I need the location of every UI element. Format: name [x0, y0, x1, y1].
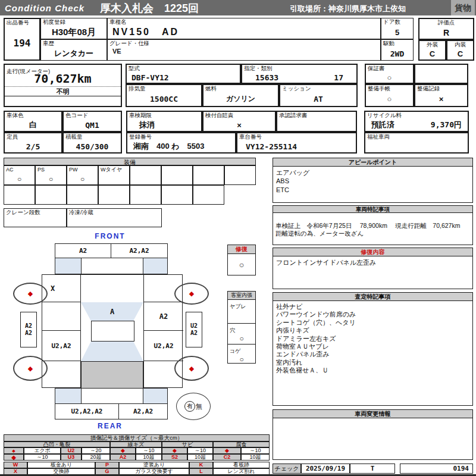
condition-check-logo: Condition Check	[5, 3, 84, 13]
appeal-points-panel: アピールポイント エアバッグ ABS ETC	[273, 158, 473, 203]
rear-fender-left-cell	[42, 361, 81, 389]
repair-flag-mark: ○	[228, 254, 255, 275]
fuel-value: ガソリン	[203, 93, 278, 106]
equipment-cell-empty	[35, 185, 67, 205]
interior-grade-value: C	[447, 49, 473, 60]
displacement-value: 1500CC	[127, 93, 201, 106]
cabin-row-tear: ヤブレ	[228, 300, 255, 324]
rear-bumper-left: U2,A2,A2	[55, 403, 119, 419]
maintenance-book-value: ○	[366, 93, 413, 106]
change-info-body	[273, 418, 472, 422]
legend-rust-size2: 10超	[187, 454, 213, 461]
legend-desc-paint: 塗装あり	[119, 462, 189, 468]
rear-door-right-mark: U2,A2	[154, 342, 173, 350]
jibaiseki-label: 検付自賠責	[203, 112, 275, 120]
front-door-right-cell: A2	[143, 302, 183, 331]
grade-value: VE	[108, 48, 380, 60]
mileage-box: 走行(現メーター) 70,627km 不明	[4, 64, 122, 107]
lot-number-value: 194	[5, 27, 39, 60]
fuel-cell: 燃料 ガソリン	[202, 84, 279, 107]
legend-dent-size-small: ～10	[24, 454, 61, 461]
recycle-fee-label: リサイクル料	[365, 112, 468, 120]
recycle-status: 預託済	[371, 120, 394, 130]
equipment-cell-empty	[193, 165, 224, 185]
registration-number-label: 登録番号	[127, 133, 235, 141]
class-cell: 指定・類別 15633 17	[241, 64, 358, 84]
mission-label: ミッション	[280, 85, 356, 93]
legend-corrosion-diamond: ◆	[213, 447, 241, 454]
rear-door-right-cell: U2,A2	[143, 331, 183, 361]
appeal-points-body: エアバッグ ABS ETC	[273, 167, 472, 196]
repair-flag-header: 修復	[228, 245, 255, 254]
welfare-cell: 福祉車両	[364, 132, 469, 154]
wheel-front-right: ◆	[174, 283, 209, 305]
displacement-label: 排気量	[127, 85, 201, 93]
equipment-cell-pw: PW ○	[67, 165, 98, 185]
mileage-divider-solid	[5, 96, 121, 96]
cabin-tear-label: ヤブレ	[228, 303, 248, 310]
legend-code-c2: C2	[213, 454, 241, 461]
legend-dent-diamond-small: ◆	[4, 447, 24, 454]
displacement-cell: 排気量 1500CC	[126, 84, 202, 107]
legend-code-s2: S2	[162, 454, 187, 461]
equipment-cell-wtire: Wタイヤ	[98, 165, 130, 185]
cabin-hole-label: 穴	[228, 327, 237, 334]
vehicle-category-badge: 貨物	[451, 0, 475, 15]
equipment-mark-pw: ○	[67, 173, 98, 184]
color-code-cell: 色コード QM1	[62, 111, 122, 132]
legend-corrosion-size1: ～10	[241, 447, 270, 454]
wheel-rear-right: ◆	[174, 356, 209, 381]
recycle-fee-cell: リサイクル料 預託済 9,370円	[364, 111, 469, 132]
legend-rust-diamond: ◆	[162, 447, 187, 454]
model-name-cell: 車種名 NV150 AD	[107, 18, 381, 39]
warranty-value: ○	[366, 73, 413, 83]
first-registration-label: 初度登録	[41, 18, 107, 26]
assessment-notes-body: 社外ナビ パワーウインドウ前席のみ シートコゲ（穴）、ヘタリ 内張りキズ ドアミ…	[273, 301, 472, 377]
equipment-cell-ac: AC ○	[4, 165, 35, 185]
legend-dent-size-u3: 20超	[82, 454, 110, 461]
vehicle-notes-header: 車両特記事項	[273, 206, 472, 213]
load-label: 積載量	[64, 133, 121, 141]
maintenance-book-label: 整備手帳	[366, 85, 413, 93]
load-cell: 積載量 450/300	[62, 132, 122, 154]
equipment-cell-empty	[130, 165, 161, 185]
drive-label: 駆動	[381, 40, 413, 48]
cabin-row-hole: 穴 ○	[228, 324, 255, 345]
class-value-2: 17	[334, 73, 343, 82]
maintenance-record-cell: 整備記録 ×	[414, 84, 468, 107]
doors-value: 5	[381, 26, 413, 39]
legend-scratch-size1: ～10	[136, 447, 162, 454]
check-label-cell: チェック	[273, 464, 301, 474]
color-code-label: 色コード	[64, 112, 121, 120]
jibaiseki-cell: 検付自賠責 ×	[202, 111, 276, 132]
color-code-value: QM1	[64, 120, 121, 131]
interior-grade-cell: 内装 C	[446, 40, 474, 61]
legend-code-u3: U3	[61, 454, 82, 461]
legend-code-w: W	[4, 462, 27, 468]
rear-bumper-right: A2,A2	[118, 403, 168, 419]
assessment-notes-header: 査定特記事項	[273, 293, 472, 301]
header-bar: Condition Check 厚木入札会 1225回 引取場所：神奈川県厚木市…	[0, 0, 476, 15]
repair-detail-body: フロントインサイドパネル左歪み	[273, 256, 472, 268]
exterior-grade-cell: 外装 C	[418, 40, 446, 61]
spare-tire-no: 無	[196, 402, 202, 411]
history-label: 車歴	[41, 40, 107, 48]
mission-value: AT	[280, 93, 356, 106]
legend-code-a2: A2	[110, 454, 136, 461]
exterior-grade-label: 外装	[419, 41, 445, 49]
car-body-outline: X U2,A2 A2 U2,A2 A	[42, 274, 183, 388]
chassis-number-label: 車台番号	[237, 133, 356, 141]
score-cell: 評価点 R	[418, 18, 474, 40]
change-info-panel: 車両変更情報	[273, 409, 473, 460]
history-cell: 車歴 レンタカー	[40, 39, 107, 61]
rear-door-left-cell: U2,A2	[42, 331, 81, 361]
legend-code-p: P	[95, 462, 119, 468]
rocker-right-marks: U2 A2	[190, 322, 198, 337]
lot-number-label: 出品番号	[5, 19, 39, 27]
doors-label: ドア数	[381, 18, 413, 26]
legend-code-k: K	[189, 462, 213, 468]
body-color-cell: 車体色 白	[4, 111, 62, 132]
cabin-lining-box: 客室内張 ヤブレ 穴 ○ コゲ ○	[227, 291, 256, 364]
front-fender-left-cell: X	[42, 275, 81, 302]
capacity-label: 定員	[5, 133, 61, 141]
